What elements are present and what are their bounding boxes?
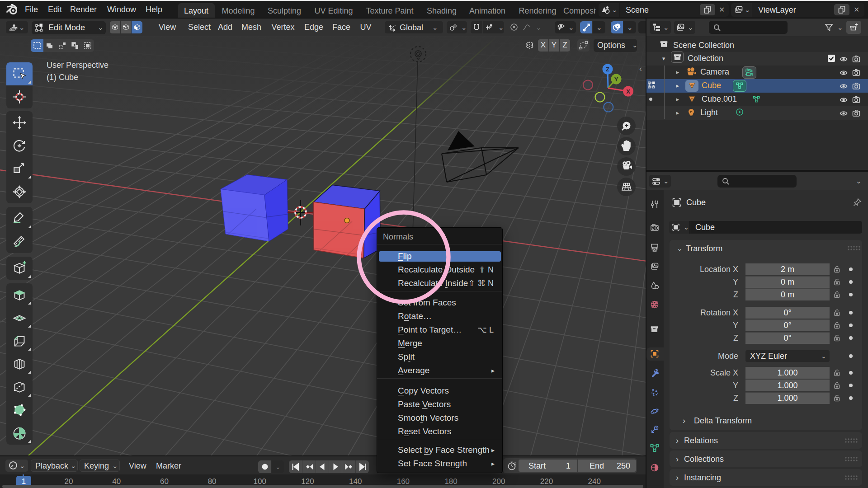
svg-text:Y: Y (614, 76, 618, 83)
svg-text:Z: Z (606, 66, 609, 73)
svg-text:X: X (626, 88, 630, 95)
